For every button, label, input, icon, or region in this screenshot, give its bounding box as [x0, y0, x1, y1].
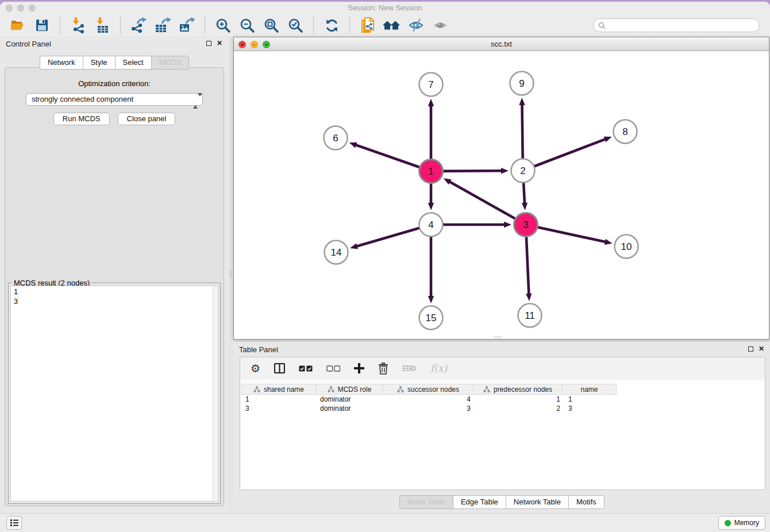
- trash-icon[interactable]: [378, 363, 388, 375]
- float-table-panel-icon[interactable]: [748, 346, 753, 352]
- titlebar: Session: New Session: [0, 2, 770, 14]
- eye-slash-icon[interactable]: [407, 16, 425, 34]
- graph-node-label-1: 1: [428, 166, 433, 177]
- column-header-successor-nodes[interactable]: successor nodes: [383, 384, 473, 395]
- check-all-icon[interactable]: [299, 365, 313, 372]
- close-panel-icon[interactable]: ✕: [217, 40, 222, 46]
- table-row: 3dominator323: [241, 404, 764, 413]
- table-cell[interactable]: 3: [241, 404, 316, 413]
- table-panel: Table Panel ✕ ⚙: [233, 342, 770, 513]
- network-window-titlebar[interactable]: ✕ − + scc.txt: [234, 37, 769, 51]
- tab-network[interactable]: Network: [40, 56, 83, 70]
- criterion-selected-value: strongly connected component: [32, 95, 133, 103]
- network-minimize-icon[interactable]: −: [251, 41, 258, 48]
- graph-node-label-2: 2: [520, 165, 525, 176]
- hierarchy-icon: [253, 386, 260, 393]
- horizontal-splitter-grip[interactable]: [494, 336, 502, 338]
- column-header-MCDS-role[interactable]: MCDS role: [315, 384, 383, 395]
- graph-node-label-15: 15: [426, 313, 437, 323]
- graph-node-label-10: 10: [621, 241, 632, 252]
- result-scrollbar[interactable]: [212, 287, 217, 500]
- graph-edge-arrowhead: [349, 142, 357, 148]
- application-window: Session: New Session: [0, 2, 770, 532]
- table-cell[interactable]: dominator: [316, 395, 384, 404]
- duplicate-network-icon[interactable]: [359, 16, 376, 34]
- table-cell[interactable]: 1: [475, 395, 564, 404]
- table-cell[interactable]: 3: [564, 404, 619, 413]
- graph-edge-3-1[interactable]: [449, 182, 526, 225]
- tab-node-table[interactable]: Node Table: [399, 495, 453, 509]
- zoom-fit-icon[interactable]: [263, 16, 280, 34]
- tab-style[interactable]: Style: [83, 56, 116, 70]
- tab-network-table[interactable]: Network Table: [506, 495, 569, 509]
- status-bar: Memory: [0, 513, 770, 532]
- column-header-predecessor-nodes[interactable]: predecessor nodes: [473, 384, 563, 395]
- table-cell[interactable]: 4: [384, 395, 475, 404]
- control-panel-title: Control Panel: [6, 40, 51, 48]
- optimization-criterion-label: Optimization criterion:: [5, 79, 224, 88]
- network-zoom-icon[interactable]: +: [263, 41, 270, 48]
- table-cell[interactable]: dominator: [316, 404, 384, 413]
- close-window-icon[interactable]: [6, 5, 13, 11]
- add-icon[interactable]: [354, 363, 364, 373]
- table-cell[interactable]: 1: [564, 395, 619, 404]
- float-panel-icon[interactable]: [206, 41, 211, 46]
- uncheck-all-icon[interactable]: [326, 365, 340, 372]
- graph-edge-arrowhead: [526, 294, 532, 301]
- zoom-out-icon[interactable]: [238, 16, 256, 34]
- table-panel-tabs: Node TableEdge TableNetwork TableMotifs: [233, 495, 770, 509]
- column-header-name[interactable]: name: [562, 384, 617, 395]
- toolbar-separator: [349, 17, 350, 34]
- table-cell[interactable]: 3: [384, 404, 475, 413]
- zoom-selected-icon[interactable]: [287, 16, 304, 34]
- houses-icon[interactable]: [383, 16, 401, 34]
- network-graph: 7968124314101511: [234, 52, 769, 339]
- export-table-icon[interactable]: [154, 16, 171, 34]
- network-close-icon[interactable]: ✕: [238, 41, 246, 48]
- table-cell[interactable]: 1: [241, 395, 316, 404]
- search-input[interactable]: [609, 21, 754, 29]
- graph-node-label-3: 3: [523, 219, 528, 230]
- task-history-button[interactable]: [6, 516, 22, 530]
- toolbar-separator: [60, 17, 60, 34]
- graph-node-label-9: 9: [519, 78, 524, 89]
- split-columns-icon[interactable]: [274, 363, 285, 373]
- export-network-icon[interactable]: [130, 16, 147, 34]
- select-stepper-icon: [193, 95, 198, 105]
- tab-edge-table[interactable]: Edge Table: [453, 495, 506, 509]
- refresh-icon[interactable]: [323, 16, 340, 34]
- tab-select[interactable]: Select: [115, 56, 152, 70]
- search-box[interactable]: [593, 18, 760, 32]
- import-network-icon[interactable]: [70, 16, 87, 34]
- gear-icon[interactable]: ⚙: [251, 363, 260, 374]
- zoom-window-icon[interactable]: [29, 5, 36, 11]
- close-table-panel-icon[interactable]: ✕: [759, 346, 764, 352]
- criterion-select[interactable]: strongly connected component: [26, 93, 203, 106]
- minimize-window-icon[interactable]: [17, 5, 24, 11]
- run-mcds-button[interactable]: Run MCDS: [53, 113, 110, 125]
- graph-edge-2-8[interactable]: [523, 139, 606, 171]
- node-table: shared nameMCDS rolesuccessor nodesprede…: [241, 384, 764, 489]
- save-icon[interactable]: [33, 16, 51, 34]
- graph-edge-arrowhead: [522, 203, 528, 210]
- tab-motifs[interactable]: Motifs: [568, 495, 605, 509]
- import-table-icon[interactable]: [94, 16, 111, 34]
- graph-node-label-7: 7: [428, 79, 433, 90]
- column-header-shared-name[interactable]: shared name: [241, 384, 316, 395]
- graph-edge-arrowhead: [605, 239, 613, 245]
- tab-mcds[interactable]: MCDS: [151, 56, 189, 70]
- close-panel-button[interactable]: Close panel: [118, 113, 176, 125]
- mcds-result-text[interactable]: 1 3: [10, 286, 218, 502]
- vertical-splitter-grip[interactable]: [229, 270, 232, 278]
- mcds-tab-content: Optimization criterion: strongly connect…: [5, 67, 224, 506]
- main-toolbar: [0, 14, 770, 36]
- eye-disabled-icon[interactable]: [432, 16, 449, 34]
- table-cell[interactable]: 2: [475, 404, 564, 413]
- table-panel-body: ⚙: [240, 357, 765, 490]
- network-canvas[interactable]: 7968124314101511: [234, 52, 769, 339]
- open-folder-icon[interactable]: [9, 16, 26, 34]
- memory-button[interactable]: Memory: [718, 516, 765, 530]
- export-image-icon[interactable]: [178, 16, 195, 34]
- zoom-in-icon[interactable]: [214, 16, 232, 34]
- graph-edge-arrowhead: [501, 168, 509, 174]
